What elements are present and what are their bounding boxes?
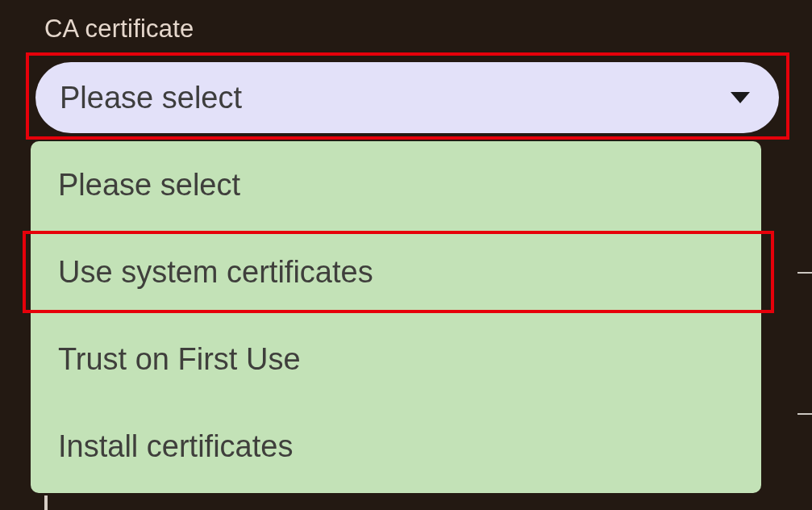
ca-certificate-label: CA certificate — [44, 15, 194, 44]
chevron-down-icon — [731, 92, 750, 103]
option-label: Use system certificates — [58, 255, 373, 290]
ca-certificate-select-value: Please select — [60, 81, 731, 115]
text-caret — [44, 495, 48, 510]
divider-line — [797, 272, 812, 274]
option-label: Please select — [58, 168, 240, 203]
ca-certificate-select[interactable]: Please select — [35, 62, 779, 133]
option-install-certificates[interactable]: Install certificates — [31, 403, 761, 490]
svg-marker-0 — [731, 92, 750, 103]
option-label: Install certificates — [58, 429, 293, 464]
option-label: Trust on First Use — [58, 342, 301, 377]
ca-certificate-dropdown: Please select Use system certificates Tr… — [31, 141, 761, 493]
divider-line — [797, 413, 812, 415]
option-trust-on-first-use[interactable]: Trust on First Use — [31, 316, 761, 403]
option-use-system-certificates[interactable]: Use system certificates — [31, 228, 761, 316]
option-please-select[interactable]: Please select — [31, 141, 761, 228]
